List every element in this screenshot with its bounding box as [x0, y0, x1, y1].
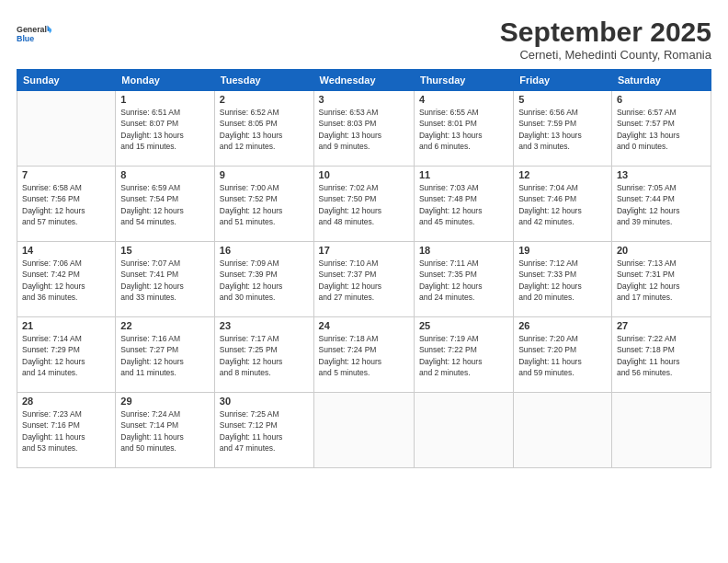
day-info: Sunrise: 7:16 AM Sunset: 7:27 PM Dayligh…: [120, 333, 210, 378]
day-info: Sunrise: 7:11 AM Sunset: 7:35 PM Dayligh…: [419, 258, 508, 303]
calendar-cell: [514, 393, 612, 468]
day-number: 2: [220, 94, 309, 105]
day-number: 30: [220, 396, 309, 407]
logo-svg: General Blue: [17, 17, 51, 52]
day-info: Sunrise: 7:19 AM Sunset: 7:22 PM Dayligh…: [419, 333, 508, 378]
page: General Blue September 2025 Cerneti, Meh…: [0, 0, 728, 563]
calendar-cell: 17Sunrise: 7:10 AM Sunset: 7:37 PM Dayli…: [313, 242, 414, 317]
calendar-cell: 4Sunrise: 6:55 AM Sunset: 8:01 PM Daylig…: [414, 91, 513, 167]
day-info: Sunrise: 7:25 AM Sunset: 7:12 PM Dayligh…: [220, 408, 309, 454]
day-info: Sunrise: 6:53 AM Sunset: 8:03 PM Dayligh…: [319, 107, 409, 152]
day-info: Sunrise: 7:23 AM Sunset: 7:16 PM Dayligh…: [22, 408, 110, 454]
day-number: 28: [22, 396, 110, 407]
day-number: 6: [617, 94, 706, 105]
calendar-cell: 10Sunrise: 7:02 AM Sunset: 7:50 PM Dayli…: [313, 167, 414, 242]
day-number: 24: [319, 320, 409, 331]
col-thursday: Thursday: [414, 70, 513, 91]
day-info: Sunrise: 7:05 AM Sunset: 7:44 PM Dayligh…: [617, 182, 706, 227]
day-number: 20: [617, 245, 706, 256]
calendar-cell: 2Sunrise: 6:52 AM Sunset: 8:05 PM Daylig…: [214, 91, 313, 167]
calendar-week-row: 1Sunrise: 6:51 AM Sunset: 8:07 PM Daylig…: [17, 91, 711, 167]
calendar-cell: 26Sunrise: 7:20 AM Sunset: 7:20 PM Dayli…: [514, 317, 612, 393]
calendar-cell: 22Sunrise: 7:16 AM Sunset: 7:27 PM Dayli…: [116, 317, 215, 393]
day-info: Sunrise: 6:56 AM Sunset: 7:59 PM Dayligh…: [518, 107, 607, 152]
calendar-week-row: 14Sunrise: 7:06 AM Sunset: 7:42 PM Dayli…: [17, 242, 711, 317]
svg-text:Blue: Blue: [17, 34, 34, 43]
calendar-table: Sunday Monday Tuesday Wednesday Thursday…: [17, 69, 711, 468]
calendar-header-row: Sunday Monday Tuesday Wednesday Thursday…: [17, 70, 711, 91]
header: General Blue September 2025 Cerneti, Meh…: [17, 17, 711, 62]
calendar-cell: 14Sunrise: 7:06 AM Sunset: 7:42 PM Dayli…: [17, 242, 116, 317]
day-number: 21: [22, 320, 110, 331]
day-info: Sunrise: 7:03 AM Sunset: 7:48 PM Dayligh…: [419, 182, 508, 227]
day-number: 18: [419, 245, 508, 256]
day-info: Sunrise: 7:06 AM Sunset: 7:42 PM Dayligh…: [22, 258, 110, 303]
day-number: 4: [419, 94, 508, 105]
calendar-cell: 30Sunrise: 7:25 AM Sunset: 7:12 PM Dayli…: [214, 393, 313, 468]
day-number: 1: [120, 94, 210, 105]
day-number: 7: [22, 169, 110, 180]
calendar-cell: 15Sunrise: 7:07 AM Sunset: 7:41 PM Dayli…: [116, 242, 215, 317]
day-number: 12: [518, 169, 607, 180]
calendar-cell: 20Sunrise: 7:13 AM Sunset: 7:31 PM Dayli…: [611, 242, 711, 317]
calendar-week-row: 7Sunrise: 6:58 AM Sunset: 7:56 PM Daylig…: [17, 167, 711, 242]
calendar-cell: 11Sunrise: 7:03 AM Sunset: 7:48 PM Dayli…: [414, 167, 513, 242]
day-info: Sunrise: 7:14 AM Sunset: 7:29 PM Dayligh…: [22, 333, 110, 378]
calendar-cell: 3Sunrise: 6:53 AM Sunset: 8:03 PM Daylig…: [313, 91, 414, 167]
day-info: Sunrise: 7:17 AM Sunset: 7:25 PM Dayligh…: [220, 333, 309, 378]
day-number: 13: [617, 169, 706, 180]
col-saturday: Saturday: [611, 70, 711, 91]
day-number: 17: [319, 245, 409, 256]
day-info: Sunrise: 7:24 AM Sunset: 7:14 PM Dayligh…: [120, 408, 210, 454]
calendar-cell: 19Sunrise: 7:12 AM Sunset: 7:33 PM Dayli…: [514, 242, 612, 317]
calendar-cell: [17, 91, 116, 167]
calendar-cell: 9Sunrise: 7:00 AM Sunset: 7:52 PM Daylig…: [214, 167, 313, 242]
day-number: 10: [319, 169, 409, 180]
day-info: Sunrise: 7:07 AM Sunset: 7:41 PM Dayligh…: [120, 258, 210, 303]
calendar-cell: [313, 393, 414, 468]
day-info: Sunrise: 7:18 AM Sunset: 7:24 PM Dayligh…: [319, 333, 409, 378]
day-info: Sunrise: 7:10 AM Sunset: 7:37 PM Dayligh…: [319, 258, 409, 303]
calendar-cell: 25Sunrise: 7:19 AM Sunset: 7:22 PM Dayli…: [414, 317, 513, 393]
calendar-cell: 21Sunrise: 7:14 AM Sunset: 7:29 PM Dayli…: [17, 317, 116, 393]
calendar-cell: 6Sunrise: 6:57 AM Sunset: 7:57 PM Daylig…: [611, 91, 711, 167]
col-wednesday: Wednesday: [313, 70, 414, 91]
calendar-cell: [414, 393, 513, 468]
day-info: Sunrise: 7:09 AM Sunset: 7:39 PM Dayligh…: [220, 258, 309, 303]
day-number: 15: [120, 245, 210, 256]
day-info: Sunrise: 6:55 AM Sunset: 8:01 PM Dayligh…: [419, 107, 508, 152]
title-block: September 2025 Cerneti, Mehedinti County…: [500, 17, 711, 62]
calendar-cell: 16Sunrise: 7:09 AM Sunset: 7:39 PM Dayli…: [214, 242, 313, 317]
calendar-cell: 13Sunrise: 7:05 AM Sunset: 7:44 PM Dayli…: [611, 167, 711, 242]
calendar-cell: 5Sunrise: 6:56 AM Sunset: 7:59 PM Daylig…: [514, 91, 612, 167]
day-number: 5: [518, 94, 607, 105]
day-number: 25: [419, 320, 508, 331]
calendar-cell: 28Sunrise: 7:23 AM Sunset: 7:16 PM Dayli…: [17, 393, 116, 468]
calendar-cell: 29Sunrise: 7:24 AM Sunset: 7:14 PM Dayli…: [116, 393, 215, 468]
col-monday: Monday: [116, 70, 215, 91]
calendar-cell: 18Sunrise: 7:11 AM Sunset: 7:35 PM Dayli…: [414, 242, 513, 317]
day-number: 11: [419, 169, 508, 180]
svg-text:General: General: [17, 25, 47, 34]
day-number: 22: [120, 320, 210, 331]
day-info: Sunrise: 6:57 AM Sunset: 7:57 PM Dayligh…: [617, 107, 706, 152]
day-info: Sunrise: 6:51 AM Sunset: 8:07 PM Dayligh…: [120, 107, 210, 152]
day-info: Sunrise: 6:52 AM Sunset: 8:05 PM Dayligh…: [220, 107, 309, 152]
day-info: Sunrise: 7:13 AM Sunset: 7:31 PM Dayligh…: [617, 258, 706, 303]
col-sunday: Sunday: [17, 70, 116, 91]
calendar-cell: 1Sunrise: 6:51 AM Sunset: 8:07 PM Daylig…: [116, 91, 215, 167]
day-info: Sunrise: 7:00 AM Sunset: 7:52 PM Dayligh…: [220, 182, 309, 227]
day-number: 9: [220, 169, 309, 180]
day-number: 27: [617, 320, 706, 331]
col-friday: Friday: [514, 70, 612, 91]
location-subtitle: Cerneti, Mehedinti County, Romania: [500, 48, 711, 62]
calendar-cell: 12Sunrise: 7:04 AM Sunset: 7:46 PM Dayli…: [514, 167, 612, 242]
day-info: Sunrise: 6:58 AM Sunset: 7:56 PM Dayligh…: [22, 182, 110, 227]
calendar-cell: 7Sunrise: 6:58 AM Sunset: 7:56 PM Daylig…: [17, 167, 116, 242]
logo: General Blue: [17, 17, 51, 52]
day-number: 14: [22, 245, 110, 256]
day-number: 19: [518, 245, 607, 256]
month-title: September 2025: [500, 17, 711, 48]
calendar-cell: 24Sunrise: 7:18 AM Sunset: 7:24 PM Dayli…: [313, 317, 414, 393]
day-info: Sunrise: 7:02 AM Sunset: 7:50 PM Dayligh…: [319, 182, 409, 227]
